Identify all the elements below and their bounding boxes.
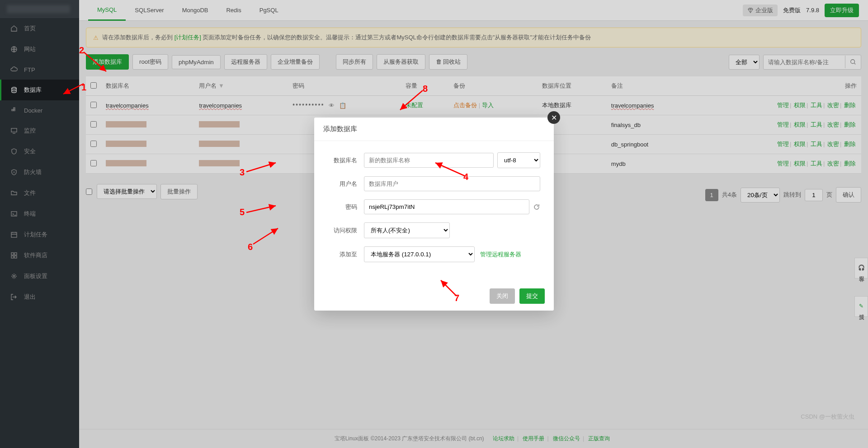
password-label: 密码 xyxy=(328,203,364,211)
manage-remote-link[interactable]: 管理远程服务器 xyxy=(480,250,521,259)
access-select[interactable]: 所有人(不安全) xyxy=(364,222,450,238)
addto-select[interactable]: 本地服务器 (127.0.0.1) xyxy=(364,246,475,262)
dbname-label: 数据库名 xyxy=(328,156,364,165)
modal-title: 添加数据库 xyxy=(314,118,554,141)
refresh-password-icon[interactable] xyxy=(533,203,540,211)
watermark: CSDN @一枚萤火虫 xyxy=(801,413,854,421)
charset-select[interactable]: utf-8 xyxy=(497,152,540,168)
access-label: 访问权限 xyxy=(328,226,364,235)
modal-submit-btn[interactable]: 提交 xyxy=(519,288,545,304)
dbname-input[interactable] xyxy=(364,153,494,168)
user-input[interactable] xyxy=(364,176,540,191)
password-input[interactable] xyxy=(364,199,529,214)
modal-overlay[interactable]: ✕ 添加数据库 数据库名 utf-8 用户名 密码 xyxy=(0,0,868,448)
modal-close-button[interactable]: ✕ xyxy=(547,111,560,124)
user-label: 用户名 xyxy=(328,180,364,188)
addto-label: 添加至 xyxy=(328,250,364,259)
add-database-modal: ✕ 添加数据库 数据库名 utf-8 用户名 密码 xyxy=(314,118,554,311)
modal-close-btn[interactable]: 关闭 xyxy=(490,288,515,304)
